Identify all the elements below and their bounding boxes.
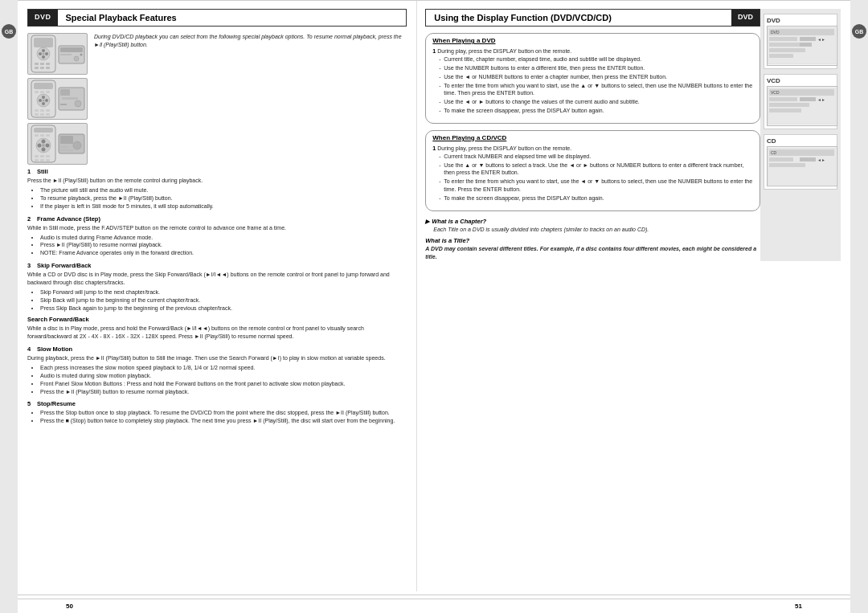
cd-step-1-num: 1 (432, 145, 436, 151)
what-chapter-title: What is a Chapter? (432, 218, 486, 227)
svg-rect-57 (46, 159, 50, 161)
svg-rect-44 (40, 134, 44, 137)
dvd-badge-right: DVD (731, 10, 760, 26)
dvd-screen-svg: DVD ◄► (768, 27, 836, 64)
bullet: Use the ◄ or NUMBER buttons to enter a c… (439, 73, 753, 81)
svg-rect-13 (46, 67, 50, 69)
svg-rect-30 (35, 109, 39, 112)
svg-text:VCD: VCD (771, 90, 780, 95)
svg-rect-68 (769, 48, 805, 52)
svg-rect-38 (62, 97, 78, 100)
item-stop-resume-label: Stop/Resume (37, 400, 76, 407)
vcd-screen: VCD ◄► (767, 86, 837, 126)
svg-rect-40 (60, 104, 67, 105)
svg-point-6 (45, 52, 48, 55)
page-number-right: 51 (795, 603, 802, 610)
item-slow-motion-label: Slow Motion (37, 345, 72, 353)
page-number-left: 50 (66, 603, 73, 610)
when-playing-cd-label: When Playing a CD/VCD (432, 134, 506, 141)
search-forward-body: While a disc is in Play mode, press and … (27, 325, 407, 341)
item-slow-motion-num: 4 (27, 345, 34, 353)
svg-rect-71 (800, 43, 812, 47)
svg-point-48 (41, 148, 45, 152)
page-numbers: 50 51 (18, 599, 850, 613)
cd-step-1-text: During play, press the DISPLAY button on… (437, 145, 571, 151)
gb-badge-left: GB (2, 24, 16, 39)
svg-rect-61 (60, 146, 68, 148)
svg-rect-56 (40, 159, 44, 161)
svg-text:DVD: DVD (771, 30, 780, 35)
left-column: DVD Special Playback Features (18, 1, 417, 591)
item-skip: 3 Skip Forward/Back While a CD or DVD di… (27, 262, 407, 341)
dvd-badge-left: DVD (28, 10, 58, 26)
svg-point-7 (42, 53, 44, 55)
svg-rect-12 (40, 67, 44, 69)
bullet: To enter the time from which you want to… (439, 178, 753, 194)
svg-point-27 (39, 99, 42, 102)
bullet: Use the ◄ or ► buttons to change the val… (439, 98, 753, 106)
bullet: Press the ►II (Play/Still) button to res… (40, 388, 407, 396)
when-playing-dvd-title: When Playing a DVD (432, 37, 753, 44)
item-still-num: 1 (27, 168, 34, 175)
remote-img-2 (27, 78, 88, 120)
svg-rect-52 (35, 155, 39, 157)
svg-rect-21 (35, 91, 39, 93)
vcd-panel-label: VCD (767, 77, 834, 84)
svg-point-60 (73, 141, 81, 149)
svg-text:◄►: ◄► (817, 37, 825, 42)
svg-point-50 (45, 144, 49, 148)
svg-rect-54 (46, 155, 50, 157)
svg-point-47 (41, 140, 45, 144)
item-still-bullets: The picture will still and the audio wil… (27, 186, 407, 210)
svg-rect-20 (34, 83, 53, 89)
item-stop-resume-title: 5 Stop/Resume (27, 400, 407, 407)
svg-rect-16 (60, 54, 72, 55)
page-container: GB DVD Special Playback Features (0, 0, 868, 613)
item-skip-label: Skip Forward/Back (37, 262, 92, 269)
svg-point-49 (37, 144, 41, 148)
svg-rect-9 (40, 63, 44, 65)
svg-point-5 (39, 52, 42, 55)
right-col-inner: Using the Display Function (DVD/VCD/CD) … (425, 9, 841, 261)
svg-rect-10 (46, 63, 50, 65)
remote-svg-2 (30, 80, 86, 118)
left-section-title: Special Playback Features (58, 10, 407, 26)
bullet: Use the NUMBER buttons to enter a differ… (439, 64, 753, 72)
item-frame-advance: 2 Frame Advance (Step) While in Still mo… (27, 215, 407, 258)
svg-rect-11 (35, 67, 39, 69)
bullet: Front Panel Slow Motion Buttons : Press … (40, 380, 407, 388)
svg-point-3 (42, 49, 45, 52)
svg-rect-66 (769, 37, 797, 41)
bullet: To make the screen disappear, press the … (439, 194, 753, 202)
search-forward-title: Search Forward/Back (27, 316, 407, 323)
device-images (27, 33, 88, 165)
right-section-title: Using the Display Function (DVD/VCD/CD) (426, 10, 731, 26)
svg-rect-1 (34, 38, 53, 47)
bullet: Use the ▲ or ▼ buttons to select a track… (439, 161, 753, 178)
when-playing-dvd: When Playing a DVD 1 During play, press … (425, 33, 760, 124)
item-frame-advance-title: 2 Frame Advance (Step) (27, 215, 407, 223)
left-section-header: DVD Special Playback Features (27, 9, 407, 27)
bullet: Audio is muted during Frame Advance mode… (40, 234, 407, 242)
svg-point-28 (45, 99, 48, 102)
svg-rect-76 (769, 97, 797, 101)
right-col-text: Using the Display Function (DVD/VCD/CD) … (425, 9, 760, 261)
vcd-panel: VCD VCD ◄► (764, 74, 837, 129)
columns: DVD Special Playback Features (18, 0, 850, 591)
info-boxes: What is a Chapter? Each Title on a DVD i… (425, 218, 760, 261)
svg-rect-31 (40, 109, 44, 112)
bullet: Each press increases the slow motion spe… (40, 364, 407, 372)
what-chapter-body: Each Title on a DVD is usually divided i… (425, 226, 760, 234)
dvd-step-1-num: 1 (432, 48, 436, 54)
svg-rect-77 (769, 103, 809, 107)
left-side-tab: GB (0, 0, 18, 613)
item-skip-title: 3 Skip Forward/Back (27, 262, 407, 269)
svg-rect-43 (35, 134, 39, 137)
cd-screen-svg: CD ◄► (768, 148, 836, 185)
svg-rect-42 (34, 128, 53, 133)
item-slow-motion-body: During playback, press the ►II (Play/Sti… (27, 354, 407, 362)
bottom-divider (18, 595, 850, 595)
right-side-tab: GB (850, 0, 868, 613)
remote-svg-3 (30, 125, 86, 163)
svg-text:CD: CD (771, 150, 777, 155)
